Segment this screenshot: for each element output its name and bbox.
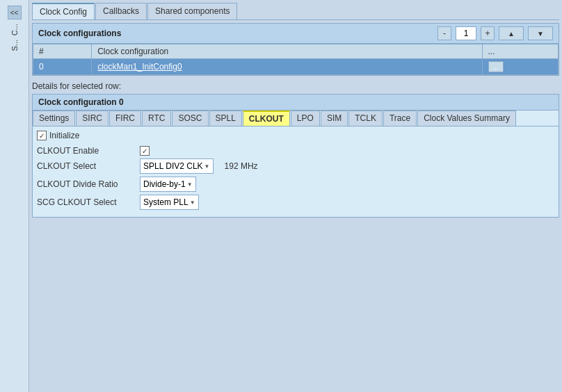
initialize-row: ✓ Initialize bbox=[37, 131, 554, 140]
row-dots-button[interactable]: ... bbox=[488, 61, 504, 72]
top-tabs: Clock Config Callbacks Shared components bbox=[32, 3, 559, 20]
inner-tab-trace[interactable]: Trace bbox=[383, 111, 417, 126]
col-header-name: Clock configuration bbox=[92, 44, 482, 59]
tab-callbacks[interactable]: Callbacks bbox=[95, 3, 147, 19]
initialize-label[interactable]: ✓ Initialize bbox=[37, 131, 79, 140]
sidebar-label-2: S... bbox=[10, 40, 19, 51]
details-label: Details for selected row: bbox=[32, 79, 559, 94]
col-header-dots: ... bbox=[482, 44, 558, 59]
clkout-divide-row: CLKOUT Divide Ratio Divide-by-1 ▼ bbox=[37, 177, 554, 192]
config-table: # Clock configuration ... 0 clockMan1_In… bbox=[33, 44, 559, 75]
panel-header: Clock configurations - + ▲ ▼ bbox=[33, 24, 559, 44]
tab-shared-components[interactable]: Shared components bbox=[147, 3, 237, 19]
clock-config-0-panel: Clock configuration 0 Settings SIRC FIRC… bbox=[32, 94, 559, 218]
row-name: clockMan1_InitConfig0 bbox=[92, 59, 482, 75]
inner-tab-tclk[interactable]: TCLK bbox=[348, 111, 383, 126]
clkout-select-value: SPLL DIV2 CLK bbox=[143, 161, 203, 171]
clock-config-0-header: Clock configuration 0 bbox=[33, 95, 559, 111]
scg-clkout-row: SCG CLKOUT Select System PLL ▼ bbox=[37, 195, 554, 210]
clkout-select-row: CLKOUT Select SPLL DIV2 CLK ▼ 192 MHz bbox=[37, 158, 554, 174]
row-name-link[interactable]: clockMan1_InitConfig0 bbox=[97, 62, 182, 72]
main-content: Clock Config Callbacks Shared components… bbox=[29, 0, 562, 392]
clkout-enable-checkbox[interactable]: ✓ bbox=[140, 146, 150, 156]
row-dots-cell: ... bbox=[482, 59, 558, 75]
inner-tab-clock-values-summary[interactable]: Clock Values Summary bbox=[417, 111, 516, 126]
clkout-divide-label: CLKOUT Divide Ratio bbox=[37, 179, 134, 189]
clkout-select-freq: 192 MHz bbox=[225, 161, 258, 171]
initialize-text: Initialize bbox=[49, 131, 79, 140]
tab-clock-config[interactable]: Clock Config bbox=[32, 3, 95, 19]
left-sidebar: << C... S... bbox=[0, 0, 29, 392]
clock-config-0-title: Clock configuration 0 bbox=[38, 97, 553, 107]
initialize-checkbox[interactable]: ✓ bbox=[37, 131, 47, 140]
inner-tab-lpo[interactable]: LPO bbox=[291, 111, 320, 126]
inner-tab-rtc[interactable]: RTC bbox=[142, 111, 171, 126]
settings-area: ✓ Initialize CLKOUT Enable ✓ CLKOUT Sele… bbox=[33, 126, 559, 217]
inner-tab-clkout[interactable]: CLKOUT bbox=[243, 111, 290, 126]
counter-input[interactable] bbox=[456, 26, 476, 40]
up-arrow-button[interactable]: ▲ bbox=[499, 26, 524, 40]
scg-clkout-value: System PLL bbox=[143, 197, 188, 207]
scg-clkout-label: SCG CLKOUT Select bbox=[37, 197, 134, 207]
inner-tab-sirc[interactable]: SIRC bbox=[76, 111, 109, 126]
decrement-button[interactable]: - bbox=[437, 26, 451, 40]
inner-tabs: Settings SIRC FIRC RTC SOSC SPLL CLKOUT … bbox=[33, 111, 559, 126]
inner-tab-sosc[interactable]: SOSC bbox=[172, 111, 208, 126]
clkout-select-dropdown[interactable]: SPLL DIV2 CLK ▼ bbox=[140, 158, 214, 174]
down-arrow-button[interactable]: ▼ bbox=[528, 26, 553, 40]
inner-tab-settings[interactable]: Settings bbox=[33, 111, 75, 126]
collapse-button[interactable]: << bbox=[8, 6, 22, 19]
clkout-divide-arrow: ▼ bbox=[187, 181, 193, 188]
clkout-enable-label: CLKOUT Enable bbox=[37, 146, 134, 156]
clkout-select-arrow: ▼ bbox=[204, 163, 210, 170]
clock-configurations-panel: Clock configurations - + ▲ ▼ # Clock con… bbox=[32, 23, 559, 76]
clkout-select-label: CLKOUT Select bbox=[37, 161, 134, 171]
row-hash: 0 bbox=[33, 59, 92, 75]
inner-tab-spll[interactable]: SPLL bbox=[209, 111, 242, 126]
sidebar-label: C... bbox=[10, 24, 19, 35]
clkout-enable-row: CLKOUT Enable ✓ bbox=[37, 146, 554, 156]
table-row[interactable]: 0 clockMan1_InitConfig0 ... bbox=[33, 59, 559, 75]
scg-clkout-dropdown[interactable]: System PLL ▼ bbox=[140, 195, 199, 210]
inner-tab-sim[interactable]: SIM bbox=[321, 111, 348, 126]
inner-tab-firc[interactable]: FIRC bbox=[109, 111, 141, 126]
panel-title: Clock configurations bbox=[38, 28, 433, 38]
scg-clkout-arrow: ▼ bbox=[190, 199, 195, 206]
increment-button[interactable]: + bbox=[481, 26, 495, 40]
clkout-divide-dropdown[interactable]: Divide-by-1 ▼ bbox=[140, 177, 196, 192]
col-header-hash: # bbox=[33, 44, 92, 59]
clkout-divide-value: Divide-by-1 bbox=[143, 179, 186, 189]
